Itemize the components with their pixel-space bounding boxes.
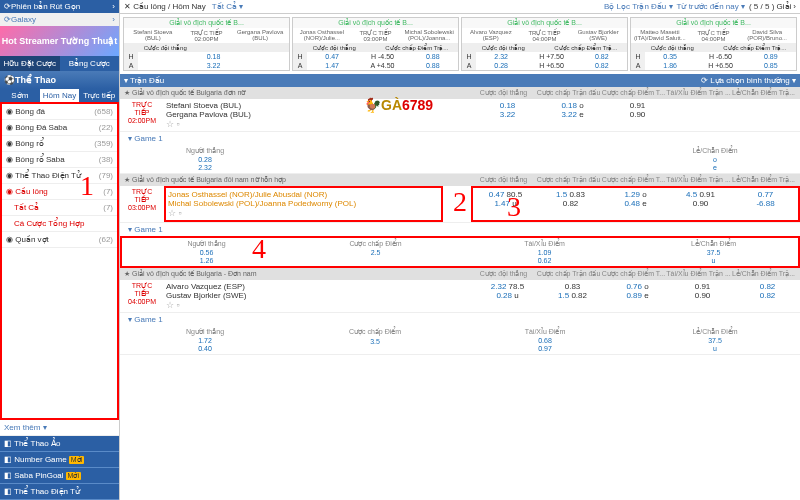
odds-cell[interactable]: 0.91 0.90 — [605, 99, 670, 131]
event-players: 🐓GÀ6789Stefani Stoeva (BUL)Gergana Pavlo… — [164, 99, 475, 131]
featured-card[interactable]: Giải vô địch quốc tế B...Stefani Stoeva … — [123, 17, 290, 71]
sport-icon: ⚽ — [4, 75, 15, 85]
sport-header[interactable]: ⚽ Thể Thao — [0, 71, 119, 89]
odds-cell[interactable]: 0.77-6.88 — [733, 188, 798, 220]
main-content: ✕ Cầu lông / Hôm Nay Tất Cả ▾ Bộ Lọc Trậ… — [120, 0, 800, 500]
odds-cell[interactable]: 0.820.82 — [735, 280, 800, 312]
game-col[interactable] — [460, 145, 630, 173]
sidebar-item[interactable]: Tất Cả(7) — [2, 200, 117, 216]
sidebar-item[interactable]: ◉ Bóng đá(658) — [2, 104, 117, 120]
tab-bet-types[interactable]: Hữu Đặt Cược — [0, 56, 60, 71]
odds-cell[interactable]: 0.831.5 0.82 — [540, 280, 605, 312]
sidebar-item[interactable]: ◉ Thể Thao Điện Tử(79) — [2, 168, 117, 184]
event-row: TRỰCTIẾP 04:00PMAlvaro Vazquez (ESP)Gust… — [120, 280, 800, 313]
event-time: TRỰCTIẾP 04:00PM — [120, 280, 164, 312]
event-players: Alvaro Vazquez (ESP)Gustav Bjorkler (SWE… — [164, 280, 475, 312]
bet-tabs: Hữu Đặt Cược Bảng Cược — [0, 56, 119, 71]
star-icon[interactable]: ☆ ▫ — [168, 208, 439, 218]
event-time: TRỰCTIẾP 02:00PM — [120, 99, 164, 131]
game-col[interactable]: Tài/Xỉu Điểm0.680.97 — [460, 326, 630, 354]
odds-cell[interactable] — [735, 99, 800, 131]
sort-dropdown[interactable]: Từ trước đến nay ▾ — [677, 2, 745, 11]
match-filter-dropdown[interactable]: Bộ Lọc Trận Đấu ▾ — [604, 2, 672, 11]
odds-cell[interactable] — [670, 99, 735, 131]
streamer-banner[interactable]: Hot Streamer Tường Thuật — [0, 26, 119, 56]
game-col[interactable]: Người thắng0.282.32 — [120, 145, 290, 173]
sidebar-footer-item[interactable]: ◧ Number GameMới — [0, 452, 119, 468]
odds-cell[interactable]: 1.29 o0.48 e — [603, 188, 668, 220]
breadcrumb[interactable]: ✕ Cầu lông / Hôm Nay — [124, 2, 206, 11]
odds-cell[interactable]: 0.18 o3.22 e — [540, 99, 605, 131]
odds-cell[interactable]: 2.32 78.50.28 u — [475, 280, 540, 312]
sidebar-item[interactable]: ◉ Bóng rổ(359) — [2, 136, 117, 152]
game-odds-table: 4Người thắng0.561.26Cược chấp Điểm2.5Tài… — [120, 236, 800, 268]
annotation-2: 2 — [453, 186, 467, 222]
game-header[interactable]: ▾ Game 1 — [120, 132, 800, 145]
game-col[interactable]: Tài/Xỉu Điểm1.090.62 — [460, 238, 629, 266]
game-col[interactable]: Người thắng1.720.40 — [120, 326, 290, 354]
section-bar: ▾ Trận Đấu ⟳ Lựa chọn bình thường ▾ — [120, 74, 800, 87]
tournament-header[interactable]: ★ Giải vô địch quốc tế Bulgaria đôi nam … — [120, 174, 800, 186]
tab-live[interactable]: Trực tiếp — [79, 89, 119, 102]
section-options[interactable]: ⟳ Lựa chọn bình thường ▾ — [701, 76, 796, 85]
logo: 🐓GÀ6789 — [364, 97, 433, 113]
game-col[interactable]: Cược chấp Điểm3.5 — [290, 326, 460, 354]
star-icon[interactable]: ☆ ▫ — [166, 300, 473, 310]
time-tabs: Sớm Hôm Nay Trực tiếp — [0, 89, 119, 102]
featured-card[interactable]: Giải vô địch quốc tế B...Alvaro Vazquez … — [461, 17, 628, 71]
featured-card[interactable]: Giải vô địch quốc tế B...Jonas Osthassel… — [292, 17, 459, 71]
game-odds-table: Người thắng0.282.32Lẻ/Chẵn Điểmoe — [120, 145, 800, 174]
sidebar-sports-list: 1 ◉ Bóng đá(658)◉ Bóng Đá Saba(22)◉ Bóng… — [0, 102, 119, 420]
galaxy-bar[interactable]: ⟳ Galaxy › — [0, 13, 119, 26]
version-label: Phiên bản Rút Gọn — [11, 2, 80, 11]
tab-today[interactable]: Hôm Nay — [40, 89, 80, 102]
sidebar-item[interactable]: ◉ Quần vợt(62) — [2, 232, 117, 248]
odds-cell[interactable]: 0.91 0.90 — [670, 280, 735, 312]
breadcrumb-filter[interactable]: Tất Cả ▾ — [212, 2, 243, 11]
chevron-right-icon[interactable]: › — [793, 2, 796, 11]
featured-cards: Giải vô địch quốc tế B...Stefani Stoeva … — [120, 14, 800, 74]
chevron-down-icon: › — [112, 15, 115, 24]
game-header[interactable]: ▾ Game 1 — [120, 313, 800, 326]
version-bar[interactable]: ⟳ Phiên bản Rút Gọn › — [0, 0, 119, 13]
odds-cell[interactable]: 0.47 80.51.47 u — [473, 188, 538, 220]
reload-icon: ⟳ — [4, 2, 11, 11]
tab-bet-board[interactable]: Bảng Cược — [60, 56, 120, 71]
reload-icon: ⟳ — [4, 15, 11, 24]
league-count: ( 5 / 5 ) Giải — [749, 2, 791, 11]
sport-header-label: Thể Thao — [15, 75, 56, 85]
galaxy-label: Galaxy — [11, 15, 36, 24]
game-col[interactable]: Người thắng0.561.26 — [122, 238, 291, 266]
game-header[interactable]: ▾ Game 1 — [120, 223, 800, 236]
chevron-down-icon: › — [112, 2, 115, 11]
game-odds-table: Người thắng1.720.40Cược chấp Điểm3.5Tài/… — [120, 326, 800, 355]
sidebar-item[interactable]: Cá Cược Tổng Hợp — [2, 216, 117, 232]
odds-cell[interactable]: 1.5 0.83 0.82 — [538, 188, 603, 220]
tab-early[interactable]: Sớm — [0, 89, 40, 102]
game-col[interactable]: Lẻ/Chẵn Điểm37.5u — [630, 326, 800, 354]
sidebar-footer-item[interactable]: ◧ Thể Thao Điện Tử — [0, 484, 119, 500]
tournament-header[interactable]: ★ Giải vô địch quốc tế Bulgaria - Đơn na… — [120, 268, 800, 280]
sidebar-item[interactable]: ◉ Bóng rổ Saba(38) — [2, 152, 117, 168]
sidebar-item[interactable]: ◉ Bóng Đá Saba(22) — [2, 120, 117, 136]
event-row: TRỰCTIẾP 03:00PMJonas Osthassel (NOR)/Ju… — [120, 186, 800, 223]
featured-card[interactable]: Giải vô địch quốc tế B...Matteo Masetti … — [630, 17, 797, 71]
game-col[interactable] — [290, 145, 460, 173]
odds-cell[interactable]: 4.5 0.91 0.90 — [668, 188, 733, 220]
star-icon[interactable]: ☆ ▫ — [166, 119, 473, 129]
sidebar-footer-item[interactable]: ◧ Thể Thao Ảo — [0, 436, 119, 452]
odds-cell[interactable]: 0.183.22 — [475, 99, 540, 131]
odds-cell[interactable]: 0.76 o0.89 e — [605, 280, 670, 312]
main-topbar: ✕ Cầu lông / Hôm Nay Tất Cả ▾ Bộ Lọc Trậ… — [120, 0, 800, 14]
game-col[interactable]: Cược chấp Điểm2.5 — [291, 238, 460, 266]
sidebar-footer-item[interactable]: ◧ Saba PinGoalMới — [0, 468, 119, 484]
game-col[interactable]: Lẻ/Chẵn Điểm37.5u — [629, 238, 798, 266]
tournament-header[interactable]: ★ Giải vô địch quốc tế Bulgaria đơn nữCư… — [120, 87, 800, 99]
section-title[interactable]: ▾ Trận Đấu — [124, 76, 164, 85]
sidebar-footer: ◧ Thể Thao Ảo◧ Number GameMới◧ Saba PinG… — [0, 436, 119, 500]
event-row: TRỰCTIẾP 02:00PM🐓GÀ6789Stefani Stoeva (B… — [120, 99, 800, 132]
game-col[interactable]: Lẻ/Chẵn Điểmoe — [630, 145, 800, 173]
events-scroll[interactable]: ★ Giải vô địch quốc tế Bulgaria đơn nữCư… — [120, 87, 800, 500]
more-link[interactable]: Xem thêm ▾ — [0, 420, 119, 436]
sidebar-item[interactable]: ◉ Cầu lông(7) — [2, 184, 117, 200]
